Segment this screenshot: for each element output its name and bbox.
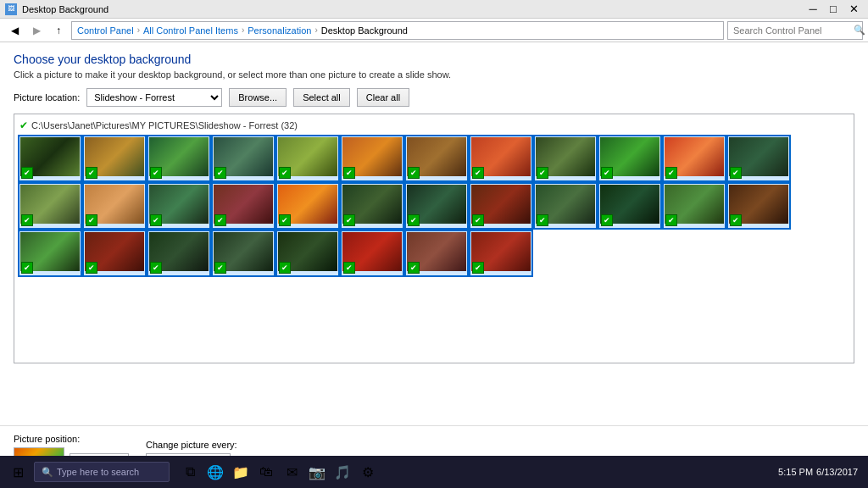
page-title: Choose your desktop background [14,53,854,66]
image-check-icon: ✔ [150,262,162,274]
image-check-icon: ✔ [214,262,226,274]
list-item[interactable]: ✔ [84,231,145,275]
image-check-icon: ✔ [279,167,291,179]
image-check-icon: ✔ [214,167,226,179]
title-bar: 🖼 Desktop Background ─ □ ✕ [0,0,868,19]
image-check-icon: ✔ [21,262,33,274]
image-check-icon: ✔ [730,167,742,179]
image-check-icon: ✔ [21,167,33,179]
list-item[interactable]: ✔ [342,136,403,180]
folder-path: C:\Users\Janet\Pictures\MY PICTURES\Slid… [31,120,298,130]
date-display: 6/13/2017 [816,467,858,477]
breadcrumb-personalization[interactable]: Personalization [248,25,311,36]
breadcrumb-current: Desktop Background [321,25,408,36]
list-item[interactable]: ✔ [148,184,209,228]
image-check-icon: ✔ [472,262,484,274]
app1-icon[interactable]: 📷 [305,458,329,486]
list-item[interactable]: ✔ [728,136,789,180]
list-item[interactable]: ✔ [664,136,725,180]
list-item[interactable]: ✔ [470,184,531,228]
search-input[interactable] [733,25,850,36]
image-check-icon: ✔ [21,214,33,226]
list-item[interactable]: ✔ [19,184,81,228]
maximize-button[interactable]: □ [824,0,843,19]
file-explorer-icon[interactable]: 📁 [229,458,253,486]
list-item[interactable]: ✔ [84,184,145,228]
breadcrumb-text[interactable]: Control Panel [77,25,134,36]
image-check-icon: ✔ [537,214,548,226]
image-check-icon: ✔ [86,262,97,274]
breadcrumb: Control Panel › All Control Panel Items … [71,21,724,40]
folder-header: ✔ C:\Users\Janet\Pictures\MY PICTURES\Sl… [19,119,849,131]
select-all-button[interactable]: Select all [293,88,350,107]
window-title: Desktop Background [22,4,108,14]
up-button[interactable]: ↑ [49,21,68,40]
search-box: 🔍 [727,21,863,40]
mail-icon[interactable]: ✉ [280,458,303,486]
search-icon[interactable]: 🔍 [854,25,865,36]
list-item[interactable]: ✔ [535,184,596,228]
list-item[interactable]: ✔ [213,231,274,275]
start-button[interactable]: ⊞ [3,458,32,486]
image-check-icon: ✔ [86,214,97,226]
list-item[interactable]: ✔ [19,231,81,275]
image-check-icon: ✔ [537,167,548,179]
back-button[interactable]: ◀ [5,21,24,40]
list-item[interactable]: ✔ [148,231,209,275]
picture-location-select[interactable]: Slideshow - Forrest [86,88,222,107]
image-check-icon: ✔ [150,214,162,226]
edge-icon[interactable]: 🌐 [203,458,227,486]
time-display: 5:15 PM [778,467,813,477]
list-item[interactable]: ✔ [213,136,274,180]
address-bar: ◀ ▶ ↑ Control Panel › All Control Panel … [0,19,868,42]
image-check-icon: ✔ [86,167,97,179]
taskbar-search[interactable]: 🔍 Type here to search [34,462,170,482]
app3-icon[interactable]: ⚙ [356,458,380,486]
minimize-button[interactable]: ─ [804,0,822,19]
image-check-icon: ✔ [408,167,420,179]
list-item[interactable]: ✔ [342,231,403,275]
list-item[interactable]: ✔ [599,184,660,228]
image-check-icon: ✔ [665,167,677,179]
list-item[interactable]: ✔ [277,184,338,228]
list-item[interactable]: ✔ [277,136,338,180]
store-icon[interactable]: 🛍 [254,458,278,486]
change-picture-label: Change picture every: [146,440,281,450]
picture-position-label: Picture position: [14,434,129,444]
list-item[interactable]: ✔ [406,136,467,180]
list-item[interactable]: ✔ [470,231,531,275]
list-item[interactable]: ✔ [19,136,81,180]
list-item[interactable]: ✔ [728,184,789,228]
list-item[interactable]: ✔ [277,231,338,275]
close-button[interactable]: ✕ [844,0,863,19]
app2-icon[interactable]: 🎵 [331,458,354,486]
list-item[interactable]: ✔ [470,136,531,180]
image-check-icon: ✔ [665,214,677,226]
list-item[interactable]: ✔ [148,136,209,180]
list-item[interactable]: ✔ [535,136,596,180]
forward-button[interactable]: ▶ [27,21,46,40]
image-check-icon: ✔ [214,214,226,226]
clear-all-button[interactable]: Clear all [357,88,409,107]
list-item[interactable]: ✔ [213,184,274,228]
window-icon: 🖼 [5,3,17,15]
folder-check-icon: ✔ [19,119,28,131]
picture-location-row: Picture location: Slideshow - Forrest Br… [14,88,854,107]
image-grid-container: ✔ C:\Users\Janet\Pictures\MY PICTURES\Sl… [14,114,854,363]
taskbar-right: 5:15 PM 6/13/2017 [778,467,865,477]
list-item[interactable]: ✔ [84,136,145,180]
breadcrumb-all-items[interactable]: All Control Panel Items [143,25,238,36]
main-content: Choose your desktop background Click a p… [0,42,868,425]
list-item[interactable]: ✔ [342,184,403,228]
browse-button[interactable]: Browse... [229,88,287,107]
taskview-icon[interactable]: ⧉ [178,458,202,486]
list-item[interactable]: ✔ [406,231,467,275]
image-check-icon: ✔ [472,214,484,226]
list-item[interactable]: ✔ [406,184,467,228]
image-check-icon: ✔ [472,167,484,179]
picture-location-label: Picture location: [14,92,80,103]
list-item[interactable]: ✔ [664,184,725,228]
taskbar-icons: ⧉ 🌐 📁 🛍 ✉ 📷 🎵 ⚙ [178,458,380,486]
image-check-icon: ✔ [408,262,420,274]
list-item[interactable]: ✔ [599,136,660,180]
